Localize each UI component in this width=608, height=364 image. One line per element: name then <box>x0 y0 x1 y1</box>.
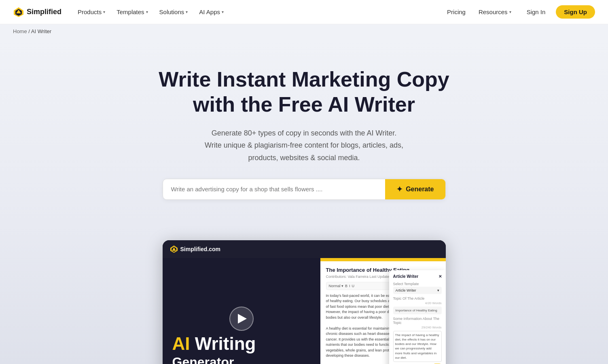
nav-links: Products ▾ Templates ▾ Solutions ▾ AI Ap… <box>73 6 442 18</box>
nav-right: Pricing Resources ▾ Sign In Sign Up <box>442 5 595 19</box>
video-play-button[interactable] <box>229 307 254 331</box>
chevron-down-icon: ▾ <box>146 10 148 14</box>
hero-title: Write Instant Marketing Copy with the Fr… <box>150 67 458 117</box>
nav-item-products[interactable]: Products ▾ <box>73 6 110 18</box>
panel-info-field[interactable]: The impact of having a healthy diet, the… <box>393 331 442 362</box>
breadcrumb: Home / AI Writer <box>0 24 608 38</box>
breadcrumb-separator: / <box>28 28 30 34</box>
video-header: Simplified.com <box>163 240 446 258</box>
chevron-down-icon: ▾ <box>186 10 188 14</box>
video-logo: Simplified.com <box>170 245 221 253</box>
video-logo-icon <box>170 245 178 253</box>
nav-item-solutions[interactable]: Solutions ▾ <box>155 6 193 18</box>
video-left-panel: AI Writing Generator <box>163 258 320 364</box>
video-right-panel: The Importance of Healthy Eating Contrib… <box>320 258 446 364</box>
chevron-down-icon: ▾ <box>509 10 511 14</box>
breadcrumb-home-link[interactable]: Home <box>13 28 27 34</box>
search-bar: ✦ Generate <box>163 179 446 200</box>
panel-info-count: 29/240 Words <box>393 326 442 329</box>
breadcrumb-current: AI Writer <box>31 28 51 34</box>
logo-icon <box>13 6 24 18</box>
article-writer-panel: Article Writer ✕ Select Template Article… <box>389 270 446 364</box>
signup-button[interactable]: Sign Up <box>556 5 595 19</box>
hero-section: Write Instant Marketing Copy with the Fr… <box>0 38 608 224</box>
nav-item-templates[interactable]: Templates ▾ <box>112 6 153 18</box>
generate-icon: ✦ <box>396 185 403 194</box>
chevron-down-icon: ▾ <box>103 10 105 14</box>
panel-topic-label: Topic Of The Article <box>393 296 442 301</box>
panel-title: Article Writer ✕ <box>393 274 442 279</box>
hero-subtitle: Generate 80+ types of copy in seconds wi… <box>183 127 426 164</box>
video-section: Simplified.com AI Writing Generator <box>0 224 608 364</box>
video-ai-title: AI Writing <box>172 334 311 353</box>
video-generator-title: Generator <box>172 355 311 364</box>
generate-button[interactable]: ✦ Generate <box>385 179 445 199</box>
nav-item-aiapps[interactable]: AI Apps ▾ <box>194 6 229 18</box>
nav-item-pricing[interactable]: Pricing <box>442 6 470 18</box>
navbar: Simplified Products ▾ Templates ▾ Soluti… <box>0 0 608 24</box>
panel-topic-count: 4/20 Words <box>393 301 442 305</box>
nav-item-resources[interactable]: Resources ▾ <box>474 6 516 18</box>
doc-top-bar <box>320 258 446 261</box>
video-main: AI Writing Generator The Importance of H… <box>163 258 446 364</box>
panel-template-label: Select Template <box>393 282 442 286</box>
video-container: Simplified.com AI Writing Generator <box>163 240 446 364</box>
search-input[interactable] <box>163 179 386 199</box>
chevron-down-icon: ▾ <box>222 10 224 14</box>
play-icon <box>238 314 247 324</box>
logo-link[interactable]: Simplified <box>13 6 61 18</box>
logo-text: Simplified <box>27 8 61 16</box>
panel-info-label: Some Information About The Topic <box>393 317 442 325</box>
panel-topic-field[interactable]: Importance of Healthy Eating <box>393 307 442 314</box>
panel-template-select[interactable]: Article Writer ▾ <box>393 287 442 294</box>
signin-button[interactable]: Sign In <box>519 5 553 19</box>
